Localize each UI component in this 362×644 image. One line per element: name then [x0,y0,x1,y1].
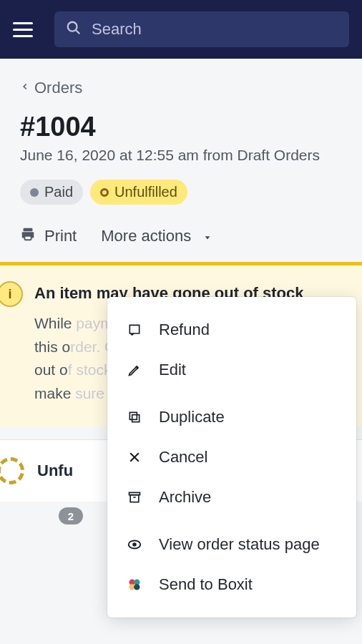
archive-icon [126,489,143,506]
svg-marker-5 [205,236,210,239]
duplicate-icon [126,409,143,426]
menu-label: Send to Boxit [159,575,253,594]
svg-point-0 [68,22,77,31]
fulfillment-count-badge: 2 [59,507,83,525]
eye-icon [126,536,143,553]
svg-rect-2 [24,228,33,232]
menu-duplicate[interactable]: Duplicate [107,397,356,437]
info-icon: i [0,281,23,307]
order-subtitle: June 16, 2020 at 12:55 am from Draft Ord… [20,147,346,164]
search-input[interactable] [92,20,338,39]
more-actions-menu: Refund Edit Duplicate Cancel Archive Vie… [107,297,356,618]
print-button[interactable]: Print [20,226,77,246]
menu-label: Archive [159,488,211,507]
menu-label: View order status page [159,535,320,554]
menu-label: Duplicate [159,408,225,426]
menu-send-to-boxit[interactable]: Send to Boxit [107,565,356,605]
menu-button[interactable] [13,15,41,44]
order-title: #1004 [20,112,346,142]
more-actions-button[interactable]: More actions [101,227,212,245]
boxit-icon [126,576,143,593]
dot-filled-icon [30,188,39,197]
x-icon [126,449,143,466]
menu-label: Edit [159,361,186,379]
badge-label: Unfulfilled [114,184,177,200]
breadcrumb-back[interactable]: Orders [20,79,346,97]
print-icon [20,226,36,246]
menu-edit[interactable]: Edit [107,350,356,390]
search-icon [66,20,82,39]
svg-rect-7 [129,412,137,419]
menu-archive[interactable]: Archive [107,477,356,517]
unfulfilled-ring-icon [0,457,24,484]
chevron-left-icon [20,79,30,97]
menu-view-order-status[interactable]: View order status page [107,525,356,565]
svg-rect-11 [130,495,139,502]
fulfillment-status-badge: Unfulfilled [90,180,187,205]
breadcrumb-label: Orders [34,79,82,97]
fulfillment-title: Unfu [37,462,73,480]
menu-cancel[interactable]: Cancel [107,437,356,477]
svg-point-18 [134,584,140,590]
refund-icon [126,321,143,338]
menu-label: Refund [159,321,210,339]
svg-line-1 [76,30,79,34]
svg-rect-6 [132,415,140,422]
svg-rect-4 [24,236,31,240]
search-field[interactable] [54,11,349,47]
pencil-icon [126,361,143,379]
svg-point-14 [132,542,137,547]
more-actions-label: More actions [101,227,191,245]
badge-label: Paid [44,184,73,200]
menu-label: Cancel [159,448,207,467]
menu-refund[interactable]: Refund [107,310,356,350]
payment-status-badge: Paid [20,180,83,205]
print-label: Print [44,227,77,245]
dot-open-icon [100,188,109,197]
caret-down-icon [202,227,212,245]
